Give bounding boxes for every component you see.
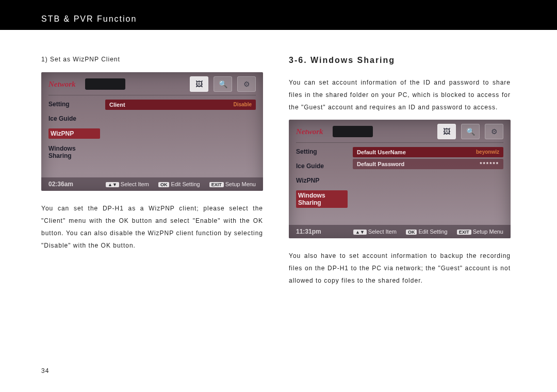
photo-icon: 🖼	[437, 124, 456, 139]
row-label: Default Password	[357, 161, 404, 167]
section-title: 3-6. Windows Sharing	[289, 56, 511, 65]
screenshot-wizpnp: Network 🖼 🔍 ⚙ Setting Ice Guide WizPNP W…	[41, 72, 263, 191]
gear-icon: ⚙	[485, 124, 503, 139]
row-label: Default UserName	[357, 149, 406, 155]
tv-sidebar: Setting Ice Guide WizPNP Windows Sharing	[48, 100, 100, 160]
tv-sidebar: Setting Ice Guide WizPNP Windows Sharing	[296, 147, 348, 208]
sidebar-item-iceguide[interactable]: Ice Guide	[48, 114, 100, 123]
sidebar-item-windows-sharing[interactable]: Windows Sharing	[296, 190, 348, 208]
tv-topbar: Network 🖼 🔍 ⚙	[41, 72, 263, 95]
footer-select: ▲▼Select Item	[353, 228, 397, 235]
left-column: 1) Set as WizPNP Client Network 🖼 🔍 ⚙ Se…	[41, 56, 263, 293]
search-icon: 🔍	[461, 124, 480, 139]
sidebar-item-wizpnp[interactable]: WizPNP	[48, 128, 100, 139]
row-username[interactable]: Default UserName beyonwiz	[353, 147, 503, 157]
tv-footer: 11:31pm ▲▼Select Item OKEdit Setting EXI…	[289, 225, 511, 238]
left-body-text: You can set the DP-H1 as a WizPNP client…	[41, 202, 263, 252]
footer-edit: OKEdit Setting	[158, 181, 200, 187]
left-subhead: 1) Set as WizPNP Client	[41, 56, 263, 63]
row-value: Disable	[233, 102, 252, 108]
divider	[48, 95, 256, 95]
page-header: STB & PVR Function	[0, 0, 557, 30]
sidebar-item-windows-sharing[interactable]: Windows Sharing	[48, 144, 100, 160]
tv-panel: Default UserName beyonwiz Default Passwo…	[353, 147, 503, 208]
footer-exit: EXITSetup Menu	[457, 228, 503, 235]
divider	[296, 142, 503, 143]
screenshot-windows-sharing: Network 🖼 🔍 ⚙ Setting Ice Guide WizPNP W…	[289, 120, 511, 238]
sidebar-item-iceguide[interactable]: Ice Guide	[296, 161, 348, 171]
sidebar-item-wizpnp[interactable]: WizPNP	[296, 176, 348, 185]
device-icon	[333, 126, 373, 137]
row-mask: ******	[480, 161, 499, 167]
network-logo: Network	[48, 80, 76, 89]
right-intro-text: You can set account information of the I…	[289, 76, 511, 113]
tv-time: 11:31pm	[296, 228, 321, 235]
row-label: Client	[109, 102, 125, 108]
row-password[interactable]: Default Password ******	[353, 159, 503, 169]
gear-icon: ⚙	[237, 76, 256, 92]
device-icon	[85, 78, 125, 90]
footer-exit: EXITSetup Menu	[209, 181, 256, 187]
network-logo: Network	[296, 127, 323, 136]
sidebar-item-setting[interactable]: Setting	[296, 147, 348, 156]
footer-select: ▲▼Select Item	[106, 181, 149, 187]
tv-footer: 02:36am ▲▼Select Item OKEdit Setting EXI…	[41, 177, 263, 191]
page-content: 1) Set as WizPNP Client Network 🖼 🔍 ⚙ Se…	[0, 30, 557, 293]
photo-icon: 🖼	[190, 76, 208, 92]
header-title: STB & PVR Function	[41, 14, 137, 24]
search-icon: 🔍	[214, 76, 232, 92]
right-body-text: You also have to set account information…	[289, 250, 511, 287]
footer-edit: OKEdit Setting	[406, 228, 448, 235]
right-column: 3-6. Windows Sharing You can set account…	[289, 56, 511, 293]
tv-panel: Client Disable	[105, 100, 256, 160]
tv-topbar: Network 🖼 🔍 ⚙	[289, 120, 511, 142]
page-number: 34	[41, 367, 49, 374]
tv-time: 02:36am	[48, 181, 73, 188]
sidebar-item-setting[interactable]: Setting	[48, 100, 100, 109]
row-value: beyonwiz	[476, 149, 499, 155]
row-client[interactable]: Client Disable	[105, 100, 256, 110]
